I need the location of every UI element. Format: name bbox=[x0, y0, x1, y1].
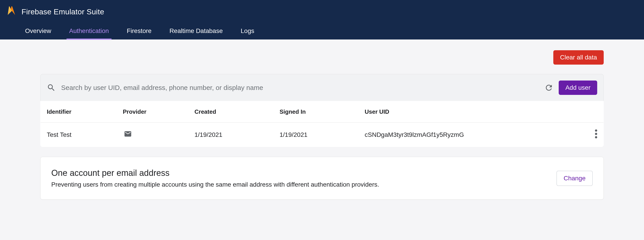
col-header-actions bbox=[581, 101, 604, 123]
svg-point-2 bbox=[595, 136, 597, 138]
tab-overview[interactable]: Overview bbox=[22, 23, 54, 40]
col-header-provider: Provider bbox=[117, 101, 188, 123]
tab-authentication[interactable]: Authentication bbox=[66, 23, 112, 40]
col-header-signed-in: Signed In bbox=[274, 101, 358, 123]
add-user-button[interactable]: Add user bbox=[559, 80, 597, 95]
search-bar: Add user bbox=[40, 74, 604, 101]
cell-actions bbox=[581, 123, 604, 147]
account-settings-title: One account per email address bbox=[51, 168, 548, 178]
cell-identifier: Test Test bbox=[40, 123, 117, 147]
top-actions: Clear all data bbox=[40, 50, 604, 65]
svg-point-1 bbox=[595, 133, 597, 135]
header-top: Firebase Emulator Suite bbox=[0, 0, 644, 17]
nav-tabs: Overview Authentication Firestore Realti… bbox=[0, 24, 644, 40]
tab-firestore[interactable]: Firestore bbox=[124, 23, 154, 40]
svg-point-0 bbox=[595, 130, 597, 132]
app-title: Firebase Emulator Suite bbox=[22, 8, 104, 16]
main-content: Clear all data Add user Identifier Provi… bbox=[0, 40, 644, 200]
change-button[interactable]: Change bbox=[556, 171, 593, 186]
email-icon bbox=[123, 130, 133, 138]
clear-all-data-button[interactable]: Clear all data bbox=[553, 50, 604, 65]
cell-provider bbox=[117, 123, 188, 147]
table-row: Test Test 1/19/2021 1/19/2021 cSNDgaM3ty… bbox=[40, 123, 604, 147]
cell-user-uid: cSNDgaM3tyr3t9lzmAGf1y5RyzmG bbox=[358, 123, 581, 147]
refresh-icon[interactable] bbox=[544, 83, 553, 92]
tab-realtime-database[interactable]: Realtime Database bbox=[167, 23, 226, 40]
search-icon bbox=[47, 83, 56, 92]
firebase-logo-icon bbox=[7, 6, 16, 17]
account-settings-text: One account per email address Preventing… bbox=[51, 168, 548, 188]
col-header-identifier: Identifier bbox=[40, 101, 117, 123]
col-header-created: Created bbox=[188, 101, 274, 123]
col-header-user-uid: User UID bbox=[358, 101, 581, 123]
app-header: Firebase Emulator Suite Overview Authent… bbox=[0, 0, 644, 40]
users-panel: Add user Identifier Provider Created Sig… bbox=[40, 74, 604, 147]
search-input[interactable] bbox=[61, 84, 539, 91]
more-vert-icon[interactable] bbox=[595, 130, 597, 138]
account-settings-desc: Preventing users from creating multiple … bbox=[51, 181, 548, 188]
users-table: Identifier Provider Created Signed In Us… bbox=[40, 101, 604, 147]
cell-signed-in: 1/19/2021 bbox=[274, 123, 358, 147]
account-settings-card: One account per email address Preventing… bbox=[40, 157, 604, 200]
cell-created: 1/19/2021 bbox=[188, 123, 274, 147]
tab-logs[interactable]: Logs bbox=[238, 23, 257, 40]
